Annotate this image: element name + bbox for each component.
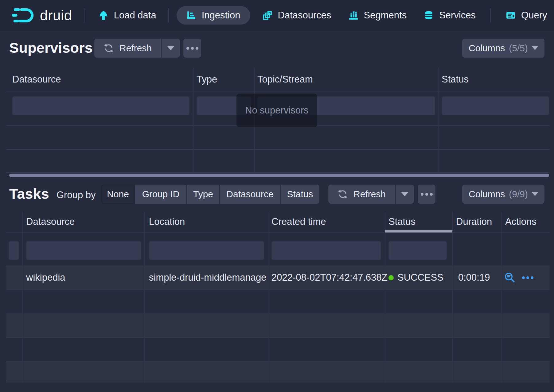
columns-label: Columns xyxy=(469,189,505,199)
group-by-label: Group by xyxy=(57,190,96,201)
more-icon xyxy=(196,47,198,50)
supervisors-title: Supervisors xyxy=(9,39,93,56)
segments-icon xyxy=(349,10,358,20)
column-header-datasource[interactable]: Datasource xyxy=(12,68,61,91)
status-filter-input[interactable] xyxy=(388,241,447,260)
header-divider xyxy=(6,91,550,91)
more-icon xyxy=(186,47,189,50)
row-actions-more-icon[interactable] xyxy=(522,276,533,279)
cell-location: simple-druid-middlemanager... xyxy=(149,266,266,290)
nav-item-datasources[interactable]: Datasources xyxy=(263,10,331,21)
tasks-refresh-split-button: Refresh xyxy=(328,185,414,204)
tasks-refresh-dropdown-button[interactable] xyxy=(396,185,414,204)
created-time-filter-input[interactable] xyxy=(271,241,381,260)
cell-status: SUCCESS xyxy=(397,266,443,290)
druid-logo-text: druid xyxy=(40,7,72,24)
datasource-filter-input[interactable] xyxy=(12,96,189,115)
tasks-title: Tasks xyxy=(9,185,49,202)
datasources-icon xyxy=(263,10,272,20)
caret-down-icon xyxy=(532,46,538,50)
row-divider xyxy=(6,382,550,382)
column-divider xyxy=(439,68,439,173)
load-data-icon xyxy=(99,10,108,20)
caret-down-icon xyxy=(401,192,408,196)
columns-count: (5/5) xyxy=(509,43,528,53)
supervisors-refresh-button[interactable]: Refresh xyxy=(94,39,161,58)
column-divider xyxy=(385,212,385,382)
nav-item-label: Ingestion xyxy=(202,10,240,21)
refresh-label: Refresh xyxy=(119,43,152,53)
ingestion-icon xyxy=(186,10,196,20)
datasource-filter-input[interactable] xyxy=(26,241,141,260)
column-divider xyxy=(452,212,453,382)
more-icon xyxy=(430,193,433,196)
cell-datasource: wikipedia xyxy=(26,266,65,290)
supervisors-refresh-dropdown-button[interactable] xyxy=(162,39,180,58)
supervisors-columns-button[interactable]: Columns (5/5) xyxy=(462,39,544,58)
column-header-duration[interactable]: Duration xyxy=(456,212,492,232)
empty-row xyxy=(6,290,550,313)
magnify-details-icon[interactable] xyxy=(504,272,515,283)
column-divider xyxy=(268,212,268,382)
nav-divider xyxy=(168,8,169,22)
column-header-type[interactable]: Type xyxy=(197,68,217,91)
nav-item-label: Segments xyxy=(364,10,407,21)
column-header-created-time[interactable]: Created time xyxy=(271,212,326,232)
tasks-more-button[interactable] xyxy=(418,185,435,204)
columns-label: Columns xyxy=(469,43,505,53)
nav-item-label: Query xyxy=(521,10,547,21)
nav-item-query[interactable]: Query xyxy=(506,10,547,21)
supervisors-refresh-split-button: Refresh xyxy=(94,39,180,58)
refresh-icon xyxy=(337,189,348,199)
task-id-filter-input[interactable] xyxy=(9,241,19,260)
top-nav: druid Load data xyxy=(0,0,554,31)
location-filter-input[interactable] xyxy=(149,241,264,260)
nav-divider xyxy=(490,8,491,22)
group-by-none-button[interactable]: None xyxy=(101,185,135,204)
row-divider xyxy=(6,172,550,173)
row-divider xyxy=(6,337,550,338)
column-header-location[interactable]: Location xyxy=(149,212,185,232)
nav-item-services[interactable]: Services xyxy=(424,10,476,21)
more-icon xyxy=(421,193,423,196)
column-divider xyxy=(22,212,23,382)
empty-row xyxy=(6,313,550,337)
status-filter-input[interactable] xyxy=(442,96,549,115)
nav-item-segments[interactable]: Segments xyxy=(349,10,407,21)
column-header-actions[interactable]: Actions xyxy=(505,212,536,232)
task-row-wikipedia-content[interactable]: wikipedia simple-druid-middlemanager... … xyxy=(6,266,550,290)
tasks-columns-button[interactable]: Columns (9/9) xyxy=(462,185,544,204)
nav-item-ingestion[interactable]: Ingestion xyxy=(177,6,250,25)
group-by-group-id-button[interactable]: Group ID xyxy=(135,185,186,204)
druid-logo[interactable]: druid xyxy=(12,6,72,25)
tasks-table: Datasource Location Created time Status … xyxy=(6,212,550,382)
group-by-datasource-button[interactable]: Datasource xyxy=(220,185,280,204)
supervisors-table: Datasource Type Topic/Stream Status No s… xyxy=(6,68,550,173)
supervisors-horizontal-scrollbar[interactable] xyxy=(9,174,549,177)
column-header-status[interactable]: Status xyxy=(442,68,469,91)
nav-item-label: Load data xyxy=(114,10,156,21)
nav-item-load-data[interactable]: Load data xyxy=(99,10,156,21)
empty-row xyxy=(6,361,550,382)
empty-row xyxy=(6,337,550,361)
header-divider xyxy=(6,232,550,233)
nav-divider xyxy=(84,8,84,22)
group-by-type-button[interactable]: Type xyxy=(187,185,219,204)
more-icon xyxy=(191,47,194,50)
druid-console: druid Load data xyxy=(0,0,554,392)
status-sort-indicator xyxy=(385,230,452,233)
no-supervisors-message: No supervisors xyxy=(236,94,317,127)
cell-actions xyxy=(504,266,533,290)
column-header-datasource[interactable]: Datasource xyxy=(26,212,75,232)
row-divider xyxy=(6,313,550,314)
column-header-topic-stream[interactable]: Topic/Stream xyxy=(257,68,313,91)
group-by-status-button[interactable]: Status xyxy=(281,185,319,204)
druid-logo-icon xyxy=(12,6,36,25)
tasks-refresh-button[interactable]: Refresh xyxy=(328,185,395,204)
supervisors-more-button[interactable] xyxy=(183,39,201,58)
nav-item-label: Services xyxy=(439,10,476,21)
column-divider xyxy=(144,212,145,382)
query-icon xyxy=(506,10,516,20)
refresh-icon xyxy=(103,43,114,53)
column-header-status[interactable]: Status xyxy=(388,212,415,232)
